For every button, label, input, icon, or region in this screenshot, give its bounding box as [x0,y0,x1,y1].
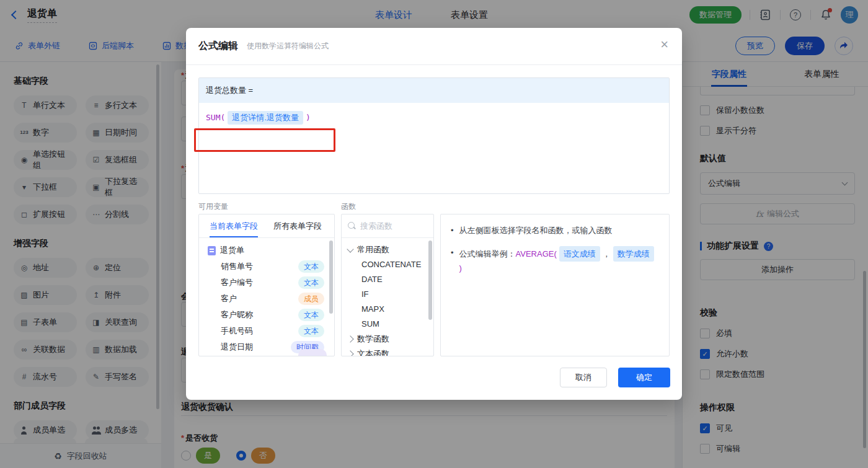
type-badge: 文本 [298,309,324,321]
function-search-input[interactable] [360,221,422,231]
tab-all-form-fields[interactable]: 所有表单字段 [273,214,322,237]
modal-columns: 可用变量 当前表单字段 所有表单字段 退货单 销售单号文本 客户编号文本 客户成… [198,201,670,356]
type-badge: 文本 [298,325,324,337]
tree-field-customer[interactable]: 客户成员 [208,291,329,307]
function-if[interactable]: IF [348,287,430,302]
formula-function-open: SUM( [206,113,225,122]
clipped-next-row-badge [298,349,327,356]
type-badge: 文本 [298,276,324,289]
app-screen: 退货单 表单设计 表单设置 数据管理 ? 理 表单外链 [0,0,868,468]
formula-function-close: ) [306,113,311,122]
functions-label: 函数 [341,201,434,214]
confirm-button[interactable]: 确定 [618,368,670,387]
variables-tabs: 当前表单字段 所有表单字段 [199,214,334,238]
modal-title: 公式编辑 [198,40,238,53]
caret-right-icon [347,335,353,342]
close-icon[interactable]: × [660,38,668,51]
variables-label: 可用变量 [198,201,335,214]
group-text-functions[interactable]: 文本函数 [348,347,430,356]
modal-footer: 取消 确定 [560,368,670,387]
formula-target: 退货总数量 = [199,78,669,103]
formula-editor-box: 退货总数量 = SUM(退货详情.退货数量) [198,77,670,194]
annotation-highlight-box [194,128,335,152]
function-date[interactable]: DATE [348,272,430,287]
modal-header: 公式编辑 使用数学运算符编辑公式 [186,28,682,65]
formula-input-area[interactable]: SUM(退货详情.退货数量) [199,103,669,133]
tip-line-2: • 公式编辑举例：AVERAGE(语文成绩，数学成绩) [441,246,669,275]
variables-panel: 当前表单字段 所有表单字段 退货单 销售单号文本 客户编号文本 客户成员 客户昵… [198,214,335,356]
functions-scrollbar[interactable] [428,241,432,320]
tree-root-form[interactable]: 退货单 [208,242,329,258]
formula-edit-modal: 公式编辑 使用数学运算符编辑公式 × 退货总数量 = SUM(退货详情.退货数量… [186,28,682,400]
cancel-button[interactable]: 取消 [560,368,607,387]
variables-tree: 退货单 销售单号文本 客户编号文本 客户成员 客户昵称文本 手机号码文本 退货日… [199,238,334,355]
function-mapx[interactable]: MAPX [348,302,430,317]
caret-right-icon [347,350,353,356]
caret-down-icon [347,245,353,252]
tip-line-1: • 从左侧面板选择字段名和函数，或输入函数 [441,224,669,237]
example-field-chip: 数学成绩 [613,246,654,262]
functions-tree: 常用函数 CONCATENATE DATE IF MAPX SUM 数学函数 文… [342,238,433,356]
tree-field-customer-nickname[interactable]: 客户昵称文本 [208,307,329,323]
tree-field-sales-order[interactable]: 销售单号文本 [208,258,329,275]
form-doc-icon [208,246,216,255]
example-function-open: AVERAGE( [516,249,557,258]
tree-field-phone[interactable]: 手机号码文本 [208,323,329,339]
functions-panel: 常用函数 CONCATENATE DATE IF MAPX SUM 数学函数 文… [341,214,434,356]
function-concatenate[interactable]: CONCATENATE [348,257,430,272]
tab-current-form-fields[interactable]: 当前表单字段 [210,214,258,237]
tips-panel: • 从左侧面板选择字段名和函数，或输入函数 • 公式编辑举例：AVERAGE(语… [440,214,670,356]
modal-subtitle: 使用数学运算符编辑公式 [247,41,329,51]
type-badge: 成员 [298,293,324,305]
function-search-row [342,214,433,238]
example-field-chip: 语文成绩 [559,246,600,262]
example-function-close: ) [459,263,462,273]
formula-field-chip[interactable]: 退货详情.退货数量 [228,111,303,125]
search-icon [348,222,356,230]
type-badge: 文本 [298,260,324,273]
group-common-functions[interactable]: 常用函数 [348,242,430,257]
function-sum[interactable]: SUM [348,317,430,332]
tree-field-customer-no[interactable]: 客户编号文本 [208,275,329,291]
group-math-functions[interactable]: 数学函数 [348,332,430,347]
variables-scrollbar[interactable] [329,241,333,314]
